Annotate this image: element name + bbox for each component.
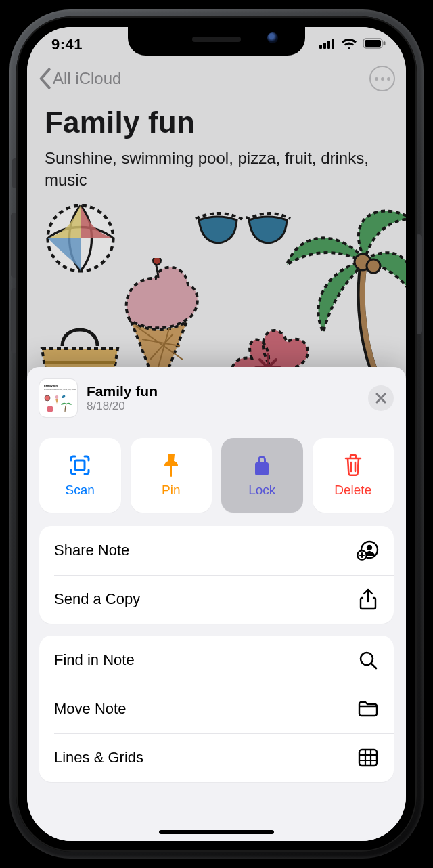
send-copy-row[interactable]: Send a Copy: [39, 575, 394, 624]
search-icon: [357, 649, 379, 671]
svg-rect-5: [365, 40, 381, 47]
find-in-note-row[interactable]: Find in Note: [39, 636, 394, 685]
status-icons: [319, 37, 386, 52]
send-copy-label: Send a Copy: [54, 590, 140, 608]
menu-group-1: Share Note Send a Copy: [39, 526, 394, 624]
svg-rect-2: [327, 41, 330, 49]
menu-group-2: Find in Note Move Note Lines & Grids: [39, 636, 394, 782]
wifi-icon: [341, 37, 357, 52]
share-note-label: Share Note: [54, 542, 129, 559]
pin-label: Pin: [162, 483, 180, 498]
find-in-note-label: Find in Note: [54, 651, 135, 669]
scan-icon: [68, 453, 92, 477]
grid-icon: [357, 747, 379, 768]
lines-grids-label: Lines & Grids: [54, 749, 143, 766]
phone-screen: 9:41 All iCloud Family fun Sunshine, s: [27, 27, 406, 841]
sheet-title: Family fun: [87, 383, 359, 399]
add-person-icon: [357, 540, 379, 561]
trash-icon: [341, 453, 365, 477]
delete-label: Delete: [334, 483, 371, 498]
note-thumbnail: Family fun Sunshine, swimming pool, pizz…: [39, 379, 77, 417]
svg-rect-22: [359, 750, 377, 766]
folder-icon: [357, 698, 379, 720]
status-time: 9:41: [51, 36, 83, 53]
scan-label: Scan: [66, 483, 95, 498]
svg-rect-0: [319, 45, 322, 49]
delete-button[interactable]: Delete: [313, 438, 394, 513]
share-sheet: Family fun Sunshine, swimming pool, pizz…: [27, 367, 406, 841]
svg-text:Family fun: Family fun: [44, 384, 58, 387]
cellular-icon: [319, 38, 336, 51]
move-note-row[interactable]: Move Note: [39, 685, 394, 733]
svg-point-19: [367, 545, 372, 550]
notch: [128, 27, 305, 56]
svg-point-16: [47, 406, 53, 412]
share-icon: [357, 588, 379, 610]
lock-icon: [250, 453, 274, 477]
sheet-divider: [27, 427, 406, 427]
move-note-label: Move Note: [54, 700, 126, 718]
lock-label: Lock: [248, 483, 275, 498]
svg-rect-17: [75, 460, 85, 470]
pin-icon: [159, 453, 183, 477]
svg-text:Sunshine, swimming pool, pizza: Sunshine, swimming pool, pizza, fruit, d…: [44, 389, 76, 391]
sheet-date: 8/18/20: [87, 399, 359, 413]
svg-rect-3: [332, 39, 334, 49]
pin-button[interactable]: Pin: [131, 438, 212, 513]
sheet-header: Family fun Sunshine, swimming pool, pizz…: [27, 367, 406, 427]
close-icon: [375, 392, 387, 404]
lock-button[interactable]: Lock: [221, 438, 303, 513]
scan-button[interactable]: Scan: [39, 438, 121, 513]
svg-rect-1: [323, 43, 326, 49]
battery-icon: [363, 38, 386, 51]
close-button[interactable]: [368, 385, 394, 411]
svg-rect-6: [384, 41, 386, 45]
share-note-row[interactable]: Share Note: [39, 526, 394, 575]
home-indicator[interactable]: [159, 830, 274, 834]
quick-actions: Scan Pin Lock Delete: [27, 438, 406, 526]
lines-grids-row[interactable]: Lines & Grids: [39, 733, 394, 782]
